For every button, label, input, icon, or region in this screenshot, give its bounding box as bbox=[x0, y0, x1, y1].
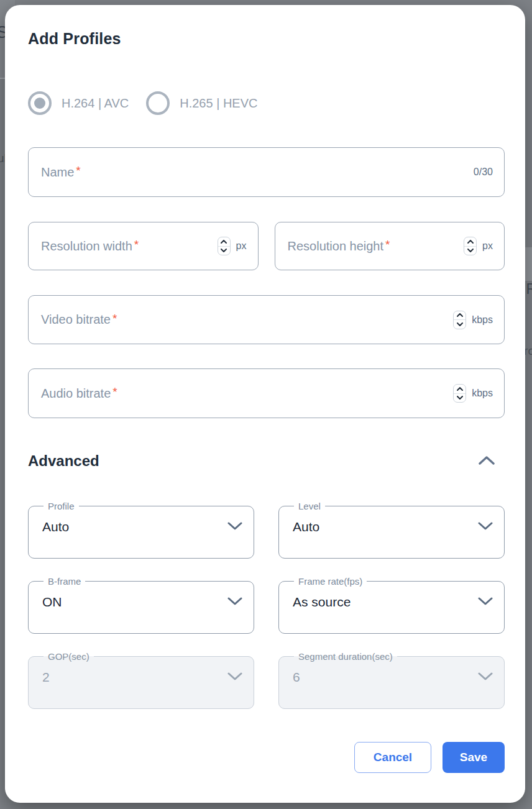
resolution-row: Resolution width * px Resolution height … bbox=[28, 222, 505, 270]
advanced-options-grid: Profile Auto Level Auto B-frame ON Frame… bbox=[28, 501, 505, 709]
unit-label: px bbox=[236, 240, 247, 252]
number-stepper bbox=[453, 311, 466, 329]
chevron-up-icon bbox=[479, 457, 495, 467]
collapse-advanced-button[interactable] bbox=[477, 455, 496, 468]
segment-duration-select: Segment duration(sec) 6 bbox=[278, 651, 505, 709]
chevron-down-icon bbox=[227, 596, 242, 608]
chevron-down-icon bbox=[478, 521, 493, 532]
b-frame-select[interactable]: B-frame ON bbox=[28, 576, 254, 634]
profile-select[interactable]: Profile Auto bbox=[28, 501, 254, 559]
name-placeholder: Name bbox=[41, 165, 74, 180]
background-text-fragment: ro bbox=[524, 344, 532, 358]
radio-h264-label: H.264 | AVC bbox=[62, 96, 129, 111]
stepper-down-button[interactable] bbox=[454, 393, 466, 403]
chevron-down-icon bbox=[478, 672, 493, 683]
add-profiles-dialog: Add Profiles H.264 | AVC H.265 | HEVC Na… bbox=[5, 5, 525, 803]
gop-select-label: GOP(sec) bbox=[44, 651, 94, 662]
b-frame-select-value: ON bbox=[42, 595, 62, 610]
required-asterisk: * bbox=[385, 238, 390, 252]
level-select-label: Level bbox=[294, 501, 325, 511]
frame-rate-select-label: Frame rate(fps) bbox=[294, 576, 367, 587]
gop-select-value: 2 bbox=[42, 670, 50, 685]
stepper-up-button[interactable] bbox=[454, 385, 466, 393]
radio-h265-hevc[interactable]: H.265 | HEVC bbox=[146, 91, 257, 115]
number-stepper bbox=[464, 237, 477, 255]
codec-radio-group: H.264 | AVC H.265 | HEVC bbox=[28, 91, 505, 115]
stepper-up-button[interactable] bbox=[464, 237, 476, 246]
cancel-button[interactable]: Cancel bbox=[354, 742, 431, 773]
frame-rate-select-value: As source bbox=[293, 595, 351, 610]
char-counter: 0/30 bbox=[474, 167, 493, 178]
radio-h264-avc[interactable]: H.264 | AVC bbox=[28, 91, 129, 115]
number-stepper bbox=[453, 384, 466, 403]
number-stepper bbox=[218, 237, 231, 255]
advanced-section-header: Advanced bbox=[28, 452, 505, 470]
stepper-up-button[interactable] bbox=[454, 311, 466, 320]
resolution-width-field[interactable]: Resolution width * px bbox=[28, 222, 259, 270]
stepper-down-button[interactable] bbox=[464, 246, 476, 255]
chevron-down-icon bbox=[227, 521, 242, 532]
video-bitrate-field[interactable]: Video bitrate * kbps bbox=[28, 295, 505, 344]
radio-unselected-icon bbox=[146, 91, 170, 115]
chevron-down-icon bbox=[478, 596, 493, 608]
required-asterisk: * bbox=[134, 238, 139, 252]
stepper-down-button[interactable] bbox=[454, 319, 466, 329]
b-frame-select-label: B-frame bbox=[44, 576, 85, 587]
required-asterisk: * bbox=[76, 164, 80, 178]
chevron-down-icon bbox=[227, 672, 242, 683]
gop-select: GOP(sec) 2 bbox=[28, 651, 254, 709]
audio-bitrate-placeholder: Audio bitrate bbox=[41, 386, 111, 401]
level-select[interactable]: Level Auto bbox=[278, 501, 505, 559]
resolution-height-placeholder: Resolution height bbox=[288, 239, 384, 254]
audio-bitrate-field[interactable]: Audio bitrate * kbps bbox=[28, 368, 505, 418]
save-button[interactable]: Save bbox=[443, 742, 505, 773]
background-text-fragment: R bbox=[526, 281, 532, 298]
name-field[interactable]: Name * 0/30 bbox=[28, 147, 505, 197]
required-asterisk: * bbox=[112, 312, 117, 326]
advanced-title: Advanced bbox=[28, 452, 99, 470]
frame-rate-select[interactable]: Frame rate(fps) As source bbox=[278, 576, 505, 634]
video-bitrate-placeholder: Video bitrate bbox=[41, 313, 111, 327]
radio-h265-label: H.265 | HEVC bbox=[180, 96, 257, 111]
segment-duration-select-value: 6 bbox=[293, 670, 300, 685]
unit-label: px bbox=[482, 240, 493, 252]
unit-label: kbps bbox=[472, 314, 493, 326]
segment-duration-select-label: Segment duration(sec) bbox=[294, 651, 397, 662]
profile-select-value: Auto bbox=[42, 519, 69, 534]
required-asterisk: * bbox=[112, 385, 117, 399]
unit-label: kbps bbox=[472, 388, 493, 399]
resolution-width-placeholder: Resolution width bbox=[41, 239, 132, 254]
resolution-height-field[interactable]: Resolution height * px bbox=[275, 222, 505, 270]
radio-selected-icon bbox=[28, 91, 52, 115]
level-select-value: Auto bbox=[293, 519, 319, 534]
stepper-down-button[interactable] bbox=[218, 246, 230, 255]
dialog-title: Add Profiles bbox=[28, 30, 505, 48]
profile-select-label: Profile bbox=[44, 501, 79, 511]
stepper-up-button[interactable] bbox=[218, 237, 230, 246]
dialog-footer: Cancel Save bbox=[28, 742, 505, 773]
